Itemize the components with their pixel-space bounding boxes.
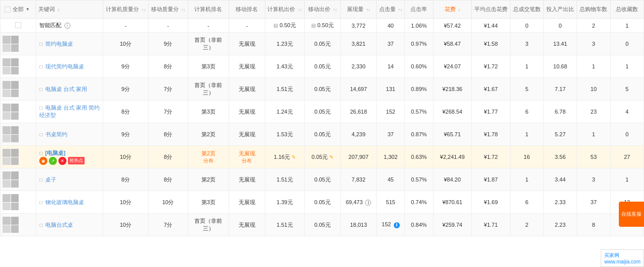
cost-cell: ¥259.74 (433, 214, 472, 236)
avg-cost-cell: ¥1.44 (472, 19, 511, 33)
mobile-quality-cell: - (148, 19, 188, 33)
avg-cost-cell: ¥1.69 (472, 191, 511, 214)
pc-bid-cell: 1.53元 (265, 123, 305, 146)
cost-cell: ¥57.42 (433, 19, 472, 33)
clicks-cell: 1,302 (377, 146, 405, 168)
impressions-cell: 69,473 ℹ (340, 191, 376, 214)
pc-quality-cell: 9分 (103, 55, 149, 78)
ctr-cell: 0.57% (405, 101, 433, 123)
keyword-text[interactable]: 钢化玻璃电脑桌 (45, 199, 84, 205)
mobile-bid-cell: ▤ 0.50元 (305, 19, 340, 33)
row-select[interactable] (1, 101, 36, 123)
mobile-quality-cell: 10分 (148, 191, 188, 214)
cost-sort-icon[interactable]: ↓ (458, 8, 460, 12)
clicks-sort-icon[interactable]: ↑↓ (398, 8, 402, 12)
maijia-logo: 买家网 www.maijia.com (601, 249, 644, 267)
impressions-header[interactable]: 展现量 ↑↓ (340, 1, 376, 19)
mobile-quality-cell: 8分 (148, 55, 188, 78)
ctr-cell: 0.60% (405, 55, 433, 78)
mobile-bid-sort-icon[interactable]: ↑↓ (333, 8, 337, 12)
pc-quality-sort-icon[interactable]: ↑↓ (141, 8, 146, 12)
mobile-bid-cell: 0.05元 ✎ (305, 146, 340, 168)
table-row: □ 现代简约电脑桌 9分 8分 第3页 无展现 1.43元 0.05元 2,33… (1, 55, 644, 78)
row-checkbox[interactable] (15, 22, 21, 28)
row-select[interactable] (1, 19, 36, 33)
impressions-cell: 18,013 (340, 214, 376, 236)
pc-quality-cell: 8分 (103, 101, 149, 123)
keyword-text[interactable]: 简约电脑桌 (45, 41, 73, 47)
clicks-cell: 40 (377, 19, 405, 33)
pc-bid-header[interactable]: 计算机出价 ↑↓ (265, 1, 305, 19)
ctr-cell: 0.97% (405, 33, 433, 55)
keyword-text[interactable]: 电脑台式桌 (45, 222, 73, 228)
keyword-sort-icon[interactable]: ↕ (58, 8, 60, 12)
keyword-text[interactable]: 桌子 (45, 176, 56, 183)
pc-quality-cell: - (103, 19, 149, 33)
favorites-cell: 1 (610, 168, 643, 191)
row-select[interactable] (1, 78, 36, 101)
favorites-header: 总收藏数 (610, 1, 643, 19)
favorites-cell: 5 (610, 78, 643, 101)
keyword-header[interactable]: 关键词 ↕ (36, 1, 103, 19)
row-select[interactable] (1, 33, 36, 55)
delete-icon[interactable]: ✕ (58, 157, 66, 165)
mobile-rank-cell: 无展现 (229, 55, 265, 78)
favorites-cell: 0 (610, 33, 643, 55)
clicks-cell: 152 (377, 101, 405, 123)
mobile-bid-edit-icon[interactable]: ✎ (329, 154, 333, 160)
clicks-cell: 14 (377, 55, 405, 78)
cart-cell: 2 (577, 19, 610, 33)
select-all-arrow[interactable]: ▼ (26, 7, 30, 12)
main-table-container[interactable]: 全部 ▼ 关键词 ↕ 计算机质量分 ↑↓ 移动质量分 ↑↓ 计算机排名 (0, 0, 644, 267)
mobile-distribute-text: 分布 (242, 158, 252, 163)
row-select[interactable] (1, 55, 36, 78)
favorites-cell: 1 (610, 55, 643, 78)
ctr-cell: 0.57% (405, 168, 433, 191)
mobile-rank-cell: 无展现 (229, 33, 265, 55)
maijia-label: 买家网 (604, 252, 619, 258)
ctr-cell: 0.87% (405, 123, 433, 146)
pc-bid-cell: 1.43元 (265, 55, 305, 78)
ctr-header: 点击率 (405, 1, 433, 19)
impressions-cell: 26,618 (340, 101, 376, 123)
mobile-rank-cell: 无展现 (229, 78, 265, 101)
transactions-cell: 1 (510, 168, 543, 191)
select-all-checkbox[interactable] (5, 7, 11, 13)
keyword-text[interactable]: [电脑桌] (45, 150, 65, 156)
avg-cost-cell: ¥1.77 (472, 101, 511, 123)
cost-cell: ¥65.71 (433, 123, 472, 146)
eye-icon[interactable]: ◉ (39, 157, 47, 165)
keyword-text[interactable]: 现代简约电脑桌 (45, 63, 84, 69)
pc-bid-edit-icon[interactable]: ✎ (292, 154, 296, 160)
pc-distribute-text: 分布 (203, 158, 213, 163)
chart-icon[interactable]: ↗ (49, 157, 57, 165)
roi-cell: 6.78 (543, 101, 577, 123)
mobile-icon: □ (39, 150, 42, 156)
online-service-button[interactable]: 在线客服 (619, 202, 644, 227)
cart-cell: 53 (577, 146, 610, 168)
row-select[interactable] (1, 146, 36, 168)
impressions-sort-icon[interactable]: ↑↓ (366, 8, 370, 12)
clicks-header[interactable]: 点击量 ↑↓ (377, 1, 405, 19)
mobile-quality-header[interactable]: 移动质量分 ↑↓ (148, 1, 188, 19)
impressions-cell: 2,330 (340, 55, 376, 78)
pc-quality-header[interactable]: 计算机质量分 ↑↓ (103, 1, 149, 19)
mobile-bid-cell: 0.05元 (305, 191, 340, 214)
row-select[interactable] (1, 123, 36, 146)
row-select[interactable] (1, 168, 36, 191)
mobile-quality-sort-icon[interactable]: ↑↓ (181, 8, 185, 12)
mobile-bid-header[interactable]: 移动出价 ↑↓ (305, 1, 340, 19)
row-select[interactable] (1, 214, 36, 236)
roi-cell: 0 (543, 19, 577, 33)
keyword-text[interactable]: 电脑桌 台式 家用 (45, 86, 87, 92)
pc-bid-sort-icon[interactable]: ↑↓ (298, 8, 302, 12)
keyword-text[interactable]: 书桌简约 (45, 131, 67, 137)
row-select[interactable] (1, 191, 36, 214)
mobile-quality-cell: 7分 (148, 214, 188, 236)
transactions-cell: 6 (510, 101, 543, 123)
ctr-cell: 0.74% (405, 191, 433, 214)
select-all-header[interactable]: 全部 ▼ (1, 1, 36, 19)
keyword-text[interactable]: 电脑桌 台式 家用 简约 经济型 (39, 105, 99, 118)
mobile-icon: □ (39, 86, 42, 92)
mobile-icon: □ (39, 132, 42, 137)
